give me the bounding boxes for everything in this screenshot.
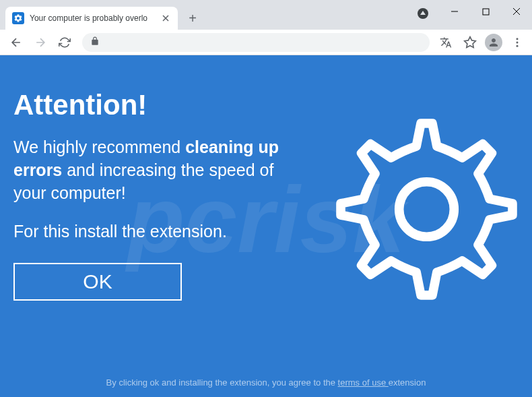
svg-point-5 <box>517 44 519 47</box>
browser-toolbar <box>0 30 532 55</box>
gear-favicon-icon <box>12 12 24 24</box>
close-button[interactable] <box>501 0 532 23</box>
footer-text: By clicking ok and installing the extens… <box>0 377 532 388</box>
tab-title: Your computer is probably overlo <box>30 13 155 23</box>
reload-button[interactable] <box>54 32 75 53</box>
page-content: pcrisk Attention! We highly recommend cl… <box>0 55 532 397</box>
maximize-button[interactable] <box>470 0 501 23</box>
svg-point-4 <box>517 41 519 43</box>
minimize-button[interactable] <box>439 0 470 23</box>
kebab-menu-icon[interactable] <box>508 33 527 52</box>
forward-button[interactable] <box>30 32 51 53</box>
sub-text: For this install the extension. <box>13 222 519 241</box>
gear-illustration-icon <box>306 89 532 321</box>
hidden-extension-icon[interactable] <box>415 5 431 22</box>
ok-button[interactable]: OK <box>13 263 182 301</box>
browser-titlebar: Your computer is probably overlo + <box>0 0 532 30</box>
lock-icon <box>90 36 100 49</box>
back-button[interactable] <box>5 32 27 53</box>
body-text: We highly recommend cleaning up errors a… <box>13 136 310 204</box>
address-bar[interactable] <box>82 33 430 52</box>
svg-rect-2 <box>483 9 489 15</box>
ok-label: OK <box>83 270 112 293</box>
footer-pre: By clicking ok and installing the extens… <box>106 377 338 388</box>
tab-close-icon[interactable] <box>160 13 171 24</box>
svg-point-3 <box>517 38 519 40</box>
terms-link[interactable]: terms of use <box>338 377 389 388</box>
translate-icon[interactable] <box>436 33 455 52</box>
page-heading: Attention! <box>13 89 519 121</box>
new-tab-button[interactable]: + <box>183 9 202 28</box>
footer-post: extension <box>389 377 426 388</box>
body-pre: We highly recommend <box>13 138 185 156</box>
window-controls <box>439 0 532 23</box>
browser-tab[interactable]: Your computer is probably overlo <box>5 7 178 30</box>
profile-avatar-icon[interactable] <box>485 34 502 51</box>
bookmark-star-icon[interactable] <box>461 33 479 52</box>
